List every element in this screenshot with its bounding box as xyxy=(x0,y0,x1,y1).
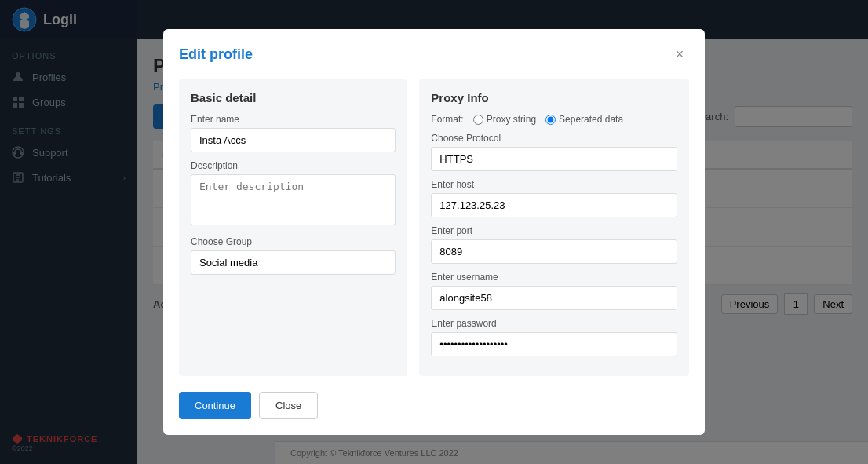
separated-data-label: Seperated data xyxy=(559,114,623,125)
basic-detail-section: Basic detail Enter name Description Choo… xyxy=(179,79,407,376)
protocol-group: Choose Protocol xyxy=(431,133,677,171)
protocol-input[interactable] xyxy=(431,147,677,171)
proxy-info-title: Proxy Info xyxy=(431,91,677,104)
host-group: Enter host xyxy=(431,179,677,217)
modal-close-button[interactable]: × xyxy=(670,45,689,64)
proxy-info-section: Proxy Info Format: Proxy string Seperate… xyxy=(419,79,689,376)
password-group: Enter password xyxy=(431,318,677,356)
modal-footer: Continue Close xyxy=(179,392,689,419)
modal-overlay: Edit profile × Basic detail Enter name D… xyxy=(0,0,868,464)
format-label: Format: xyxy=(431,114,463,125)
host-label: Enter host xyxy=(431,179,677,190)
proxy-string-radio[interactable] xyxy=(473,115,483,125)
name-label: Enter name xyxy=(191,114,396,125)
group-group: Choose Group xyxy=(191,236,396,275)
username-group: Enter username xyxy=(431,272,677,310)
description-group: Description xyxy=(191,160,396,228)
description-textarea[interactable] xyxy=(191,174,396,225)
username-input[interactable] xyxy=(431,286,677,310)
password-input[interactable] xyxy=(431,332,677,356)
basic-detail-title: Basic detail xyxy=(191,91,396,104)
close-modal-button[interactable]: Close xyxy=(259,392,318,419)
port-label: Enter port xyxy=(431,225,677,236)
proxy-string-option[interactable]: Proxy string xyxy=(473,114,536,125)
separated-data-option[interactable]: Seperated data xyxy=(545,114,623,125)
name-group: Enter name xyxy=(191,114,396,152)
proxy-string-label: Proxy string xyxy=(487,114,536,125)
group-label: Choose Group xyxy=(191,236,396,247)
edit-profile-modal: Edit profile × Basic detail Enter name D… xyxy=(163,29,705,435)
modal-title: Edit profile xyxy=(179,46,253,63)
port-input[interactable] xyxy=(431,239,677,264)
username-label: Enter username xyxy=(431,272,677,283)
modal-body: Basic detail Enter name Description Choo… xyxy=(179,79,689,376)
modal-header: Edit profile × xyxy=(179,45,689,64)
password-label: Enter password xyxy=(431,318,677,329)
protocol-label: Choose Protocol xyxy=(431,133,677,144)
separated-data-radio[interactable] xyxy=(545,115,556,125)
continue-button[interactable]: Continue xyxy=(179,392,251,419)
description-label: Description xyxy=(191,160,396,171)
port-group: Enter port xyxy=(431,225,677,264)
name-input[interactable] xyxy=(191,128,396,152)
group-input[interactable] xyxy=(191,250,396,275)
format-radio-group: Format: Proxy string Seperated data xyxy=(431,114,677,125)
host-input[interactable] xyxy=(431,193,677,217)
